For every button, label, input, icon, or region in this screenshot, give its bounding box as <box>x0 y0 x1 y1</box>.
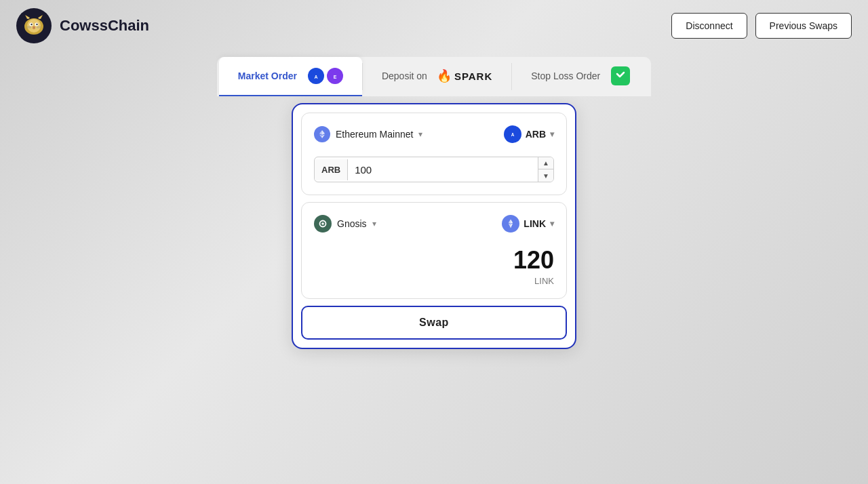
amount-spinners: ▲ ▼ <box>538 157 553 182</box>
output-amount-area: 120 LINK <box>314 246 554 286</box>
eth2-tab-icon: E <box>327 68 343 84</box>
tabs-container: Market Order A E Deposit on 🔥 SPARK <box>217 57 651 96</box>
svg-point-7 <box>33 26 35 28</box>
main-content: Ethereum Mainnet ▾ A ARB ▾ <box>0 103 868 349</box>
gnosis-icon <box>314 215 332 233</box>
from-network-chevron: ▾ <box>418 129 422 139</box>
swap-button[interactable]: Swap <box>301 306 567 340</box>
to-panel: Gnosis ▾ LINK <box>301 202 567 299</box>
from-token-selector[interactable]: A ARB ▾ <box>504 125 554 143</box>
amount-decrement-button[interactable]: ▼ <box>538 169 553 182</box>
logo-area: CowssChain <box>16 8 149 43</box>
to-token-selector[interactable]: LINK ▾ <box>502 215 554 233</box>
disconnect-button[interactable]: Disconnect <box>671 13 747 39</box>
from-amount-input[interactable] <box>348 159 538 181</box>
svg-text:A: A <box>511 132 514 137</box>
swap-card: Ethereum Mainnet ▾ A ARB ▾ <box>292 103 576 349</box>
header-buttons: Disconnect Previous Swaps <box>671 13 852 39</box>
stop-loss-icon <box>611 66 630 85</box>
tab-market-order-icons: A E <box>308 68 343 84</box>
from-panel: Ethereum Mainnet ▾ A ARB ▾ <box>301 113 567 195</box>
app-title: CowssChain <box>60 17 149 35</box>
arb-tab-icon: A <box>308 68 324 84</box>
arb-token-icon: A <box>504 125 521 143</box>
from-amount-token-label: ARB <box>315 159 348 180</box>
from-amount-row: ARB ▲ ▼ <box>314 157 554 182</box>
svg-point-30 <box>321 222 324 225</box>
ethereum-mainnet-icon <box>314 126 330 142</box>
previous-swaps-button[interactable]: Previous Swaps <box>755 13 852 39</box>
svg-point-2 <box>27 19 41 33</box>
svg-text:A: A <box>314 75 317 79</box>
svg-point-6 <box>36 24 37 25</box>
from-network-label: Ethereum Mainnet <box>336 129 413 140</box>
svg-text:E: E <box>334 75 337 79</box>
tab-stop-loss[interactable]: Stop Loss Order <box>512 57 649 96</box>
spark-flame-icon: 🔥 <box>437 68 452 83</box>
tab-market-order[interactable]: Market Order A E <box>219 57 362 96</box>
svg-point-5 <box>31 24 32 25</box>
to-top-row: Gnosis ▾ LINK <box>314 215 554 233</box>
to-token-chevron: ▾ <box>550 219 554 228</box>
app-logo <box>16 8 52 43</box>
spark-text: SPARK <box>454 70 492 82</box>
header: CowssChain Disconnect Previous Swaps <box>0 0 868 52</box>
output-token-label: LINK <box>314 276 554 286</box>
from-network-selector[interactable]: Ethereum Mainnet ▾ <box>314 126 422 142</box>
to-network-label: Gnosis <box>337 218 367 229</box>
to-token-label: LINK <box>524 218 546 229</box>
tab-deposit-label: Deposit on <box>382 70 427 81</box>
tab-deposit-spark[interactable]: Deposit on 🔥 SPARK <box>363 57 511 96</box>
amount-increment-button[interactable]: ▲ <box>538 157 553 169</box>
link-token-icon <box>502 215 519 233</box>
output-amount-value: 120 <box>314 246 554 275</box>
tab-stop-loss-label: Stop Loss Order <box>531 70 600 81</box>
to-network-selector[interactable]: Gnosis ▾ <box>314 215 376 233</box>
to-network-chevron: ▾ <box>372 219 376 228</box>
spark-brand: 🔥 SPARK <box>437 68 492 83</box>
from-token-label: ARB <box>526 129 546 140</box>
from-token-chevron: ▾ <box>550 129 554 139</box>
amount-input-wrap: ARB ▲ ▼ <box>314 157 554 182</box>
tab-market-order-label: Market Order <box>238 70 297 81</box>
from-top-row: Ethereum Mainnet ▾ A ARB ▾ <box>314 125 554 143</box>
